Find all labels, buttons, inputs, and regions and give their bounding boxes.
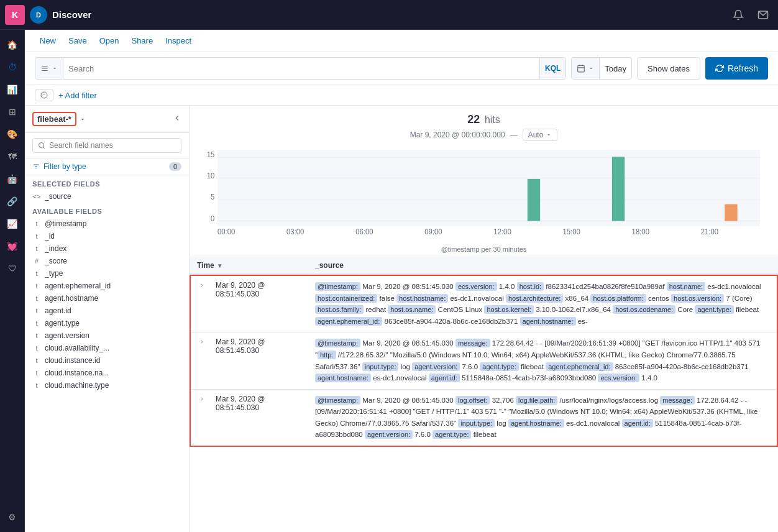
- field-key: http:: [318, 351, 336, 359]
- available-field-item[interactable]: t_index: [25, 242, 189, 255]
- svg-text:0: 0: [211, 214, 215, 223]
- user-avatar[interactable]: D: [30, 6, 47, 24]
- menu-bar: New Save Open Share Inspect: [25, 30, 778, 52]
- mail-icon[interactable]: [753, 5, 773, 25]
- hits-label: hits: [485, 114, 500, 125]
- search-icon: [38, 142, 45, 149]
- nav-maps-icon[interactable]: 🗺: [2, 147, 22, 167]
- top-bar-icons: [728, 5, 773, 25]
- nav-canvas-icon[interactable]: 🎨: [2, 124, 22, 144]
- menu-new[interactable]: New: [35, 34, 61, 48]
- sidebar-search-inner: [32, 138, 181, 153]
- field-key: host.hostname:: [396, 294, 448, 303]
- filter-type-btn[interactable]: Filter by type: [32, 162, 86, 171]
- available-field-item[interactable]: tagent.type: [25, 317, 189, 329]
- available-field-item[interactable]: tagent.hostname: [25, 292, 189, 305]
- available-field-item[interactable]: tcloud.instance.na...: [25, 367, 189, 379]
- available-fields-list: t@timestampt_idt_index#_scoret_typetagen…: [25, 218, 189, 532]
- field-type-icon: t: [32, 344, 41, 352]
- sidebar-search: [25, 133, 189, 158]
- field-search-input[interactable]: [49, 141, 176, 150]
- field-key: agent.type:: [432, 430, 471, 439]
- nav-home-icon[interactable]: 🏠: [2, 35, 22, 55]
- nav-siem-icon[interactable]: 🛡: [2, 259, 22, 278]
- nav-apm-icon[interactable]: 📈: [2, 214, 22, 234]
- field-name: agent.type: [45, 319, 80, 328]
- available-field-item[interactable]: #_score: [25, 255, 189, 267]
- collapse-sidebar-btn[interactable]: [173, 114, 181, 124]
- date-picker: Today: [571, 57, 632, 80]
- field-key: message:: [455, 339, 490, 347]
- available-field-item[interactable]: tagent.ephemeral_id: [25, 280, 189, 292]
- content-area: filebeat-* Filter by type: [25, 106, 778, 532]
- field-key: @timestamp:: [315, 396, 360, 405]
- svg-rect-24: [725, 204, 737, 221]
- nav-visualize-icon[interactable]: 📊: [2, 80, 22, 99]
- menu-inspect[interactable]: Inspect: [160, 34, 196, 48]
- search-group: KQL: [35, 57, 566, 80]
- nav-graph-icon[interactable]: 🔗: [2, 191, 22, 211]
- svg-text:15: 15: [207, 150, 215, 160]
- table-row: Mar 9, 2020 @ 08:51:45.030 @timestamp: M…: [191, 332, 777, 389]
- nav-ml-icon[interactable]: 🤖: [2, 169, 22, 189]
- date-type-btn[interactable]: [572, 58, 600, 79]
- field-name: agent.version: [45, 331, 89, 340]
- table-area: Time ▼ _source Mar 9, 2020 @ 08:51:45.03…: [190, 257, 778, 532]
- selected-field-item[interactable]: <>_source: [25, 190, 189, 203]
- auto-select[interactable]: Auto: [523, 129, 558, 141]
- menu-share[interactable]: Share: [126, 34, 158, 48]
- field-key: host.name:: [667, 282, 705, 291]
- field-type-icon: <>: [32, 193, 41, 200]
- nav-settings-icon[interactable]: ⚙: [2, 507, 22, 527]
- svg-line-9: [43, 147, 44, 148]
- available-field-item[interactable]: tagent.version: [25, 329, 189, 342]
- svg-text:18:00: 18:00: [632, 227, 650, 236]
- right-panel: 22 hits Mar 9, 2020 @ 00:00:00.000 — Aut…: [190, 106, 778, 532]
- available-field-item[interactable]: t_type: [25, 267, 189, 280]
- field-key: agent.hostname:: [520, 317, 576, 326]
- available-field-item[interactable]: tcloud.availability_...: [25, 342, 189, 354]
- chart-container: 15 10 5 0: [202, 146, 766, 245]
- available-field-item[interactable]: tcloud.instance.id: [25, 354, 189, 367]
- field-key: host.os.family:: [315, 305, 364, 314]
- available-field-item[interactable]: t@timestamp: [25, 218, 189, 230]
- svg-text:21:00: 21:00: [701, 227, 719, 236]
- nav-uptime-icon[interactable]: 💓: [2, 236, 22, 256]
- add-filter-button[interactable]: + Add filter: [58, 91, 97, 100]
- available-fields-header: Available fields: [25, 203, 189, 218]
- available-field-item[interactable]: t_id: [25, 230, 189, 242]
- index-dropdown-icon[interactable]: [79, 116, 86, 123]
- field-key: @timestamp:: [315, 339, 360, 347]
- menu-open[interactable]: Open: [94, 34, 124, 48]
- field-key: agent.ephemeral_id:: [546, 362, 613, 371]
- refresh-button[interactable]: Refresh: [705, 57, 768, 80]
- show-dates-button[interactable]: Show dates: [637, 57, 700, 80]
- field-name: cloud.availability_...: [45, 344, 109, 352]
- layout: 🏠 ⏱ 📊 ⊞ 🎨 🗺 🤖 🔗 📈 💓 🛡 ⚙ New Save Open Sh…: [0, 30, 778, 532]
- row-expand-btn[interactable]: [191, 390, 213, 446]
- filter-options-btn[interactable]: [35, 89, 53, 101]
- x-axis-label: @timestamp per 30 minutes: [202, 245, 766, 257]
- kql-badge[interactable]: KQL: [539, 58, 565, 79]
- field-name: agent.ephemeral_id: [45, 282, 111, 290]
- selected-fields-list: <>_source: [25, 190, 189, 203]
- field-key: agent.id:: [622, 419, 653, 428]
- search-input[interactable]: [63, 64, 539, 73]
- nav-dashboard-icon[interactable]: ⊞: [2, 102, 22, 122]
- row-expand-btn[interactable]: [191, 276, 213, 332]
- row-expand-btn[interactable]: [191, 332, 213, 388]
- menu-save[interactable]: Save: [63, 34, 92, 48]
- auto-label: Auto: [528, 131, 544, 139]
- query-type-btn[interactable]: [35, 58, 63, 79]
- available-field-item[interactable]: tcloud.machine.type: [25, 379, 189, 392]
- available-field-item[interactable]: tagent.id: [25, 305, 189, 317]
- col-time-header[interactable]: Time ▼: [197, 261, 315, 270]
- field-key: host.id:: [517, 282, 544, 291]
- notifications-icon[interactable]: [728, 5, 748, 25]
- table-header: Time ▼ _source: [190, 257, 778, 275]
- filter-type-icon: [32, 163, 40, 170]
- field-type-icon: t: [32, 382, 41, 389]
- svg-text:06:00: 06:00: [355, 227, 373, 236]
- nav-discover-icon[interactable]: ⏱: [2, 57, 22, 77]
- col-source-header: _source: [315, 261, 771, 270]
